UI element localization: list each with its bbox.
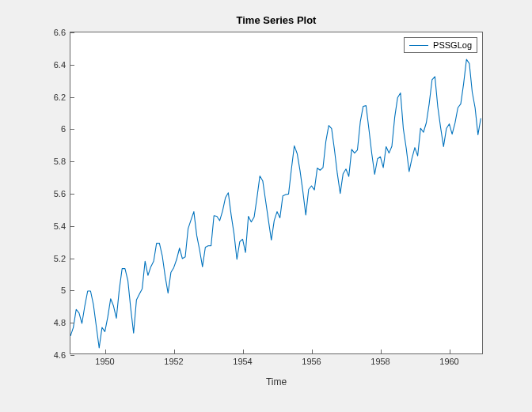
plot-axes[interactable]: PSSGLog 4.64.855.25.45.65.866.26.46.6195… bbox=[70, 32, 483, 354]
x-tick-label: 1954 bbox=[233, 357, 252, 366]
y-tick-label: 4.6 bbox=[54, 350, 66, 360]
chart-title: Time Series Plot bbox=[70, 14, 483, 26]
x-tick-label: 1956 bbox=[302, 357, 321, 366]
y-tick-label: 6 bbox=[61, 124, 66, 134]
plot-canvas bbox=[70, 32, 484, 355]
y-tick-label: 5 bbox=[61, 285, 66, 295]
y-tick-label: 6.6 bbox=[54, 28, 66, 37]
x-tick-label: 1960 bbox=[439, 357, 458, 366]
y-tick-label: 4.8 bbox=[54, 318, 66, 327]
legend[interactable]: PSSGLog bbox=[404, 37, 477, 53]
series-line bbox=[70, 59, 481, 348]
figure-window: PSSGLog 4.64.855.25.45.65.866.26.46.6195… bbox=[0, 0, 532, 412]
legend-label: PSSGLog bbox=[433, 40, 472, 50]
x-tick-label: 1952 bbox=[164, 357, 183, 366]
y-tick-label: 5.6 bbox=[54, 189, 66, 198]
x-axis-label: Time bbox=[70, 376, 483, 387]
y-tick-label: 6.4 bbox=[54, 60, 66, 70]
y-tick-label: 5.8 bbox=[54, 157, 66, 166]
x-tick-label: 1958 bbox=[370, 357, 390, 366]
x-tick-label: 1950 bbox=[95, 357, 114, 366]
y-tick-label: 5.4 bbox=[54, 221, 66, 231]
legend-swatch bbox=[409, 45, 428, 46]
legend-entry[interactable]: PSSGLog bbox=[409, 40, 472, 50]
y-tick-label: 5.2 bbox=[54, 254, 66, 263]
y-tick-label: 6.2 bbox=[54, 93, 66, 102]
